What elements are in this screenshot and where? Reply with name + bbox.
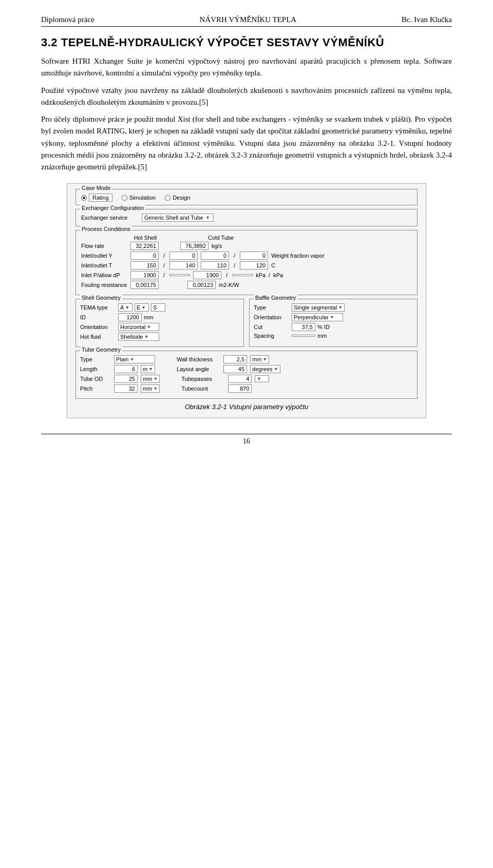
exchanger-service-dropdown[interactable]: Generic Shell and Tube ▼	[142, 214, 214, 222]
dropdown-arrow-a: ▼	[125, 305, 129, 310]
baffle-geometry-group: Baffle Geometry Type Single segmental ▼ …	[249, 299, 418, 347]
baffle-orientation-dropdown[interactable]: Perpendicular ▼	[292, 313, 343, 321]
tube-od-label: Tube OD	[80, 376, 111, 382]
baffle-spacing-row: Spacing mm	[254, 333, 413, 339]
shell-id-row: ID 1200 mm	[80, 313, 239, 321]
exchanger-service-label: Exchanger service	[81, 215, 138, 221]
inlet-p-cold2[interactable]	[232, 274, 253, 276]
tubepasses-input[interactable]: 4	[228, 375, 252, 383]
inlet-y-cold2[interactable]: 0	[240, 252, 268, 260]
baffle-cut-input[interactable]: 37,5	[292, 323, 315, 331]
inlet-t-cold1[interactable]: 110	[201, 261, 229, 269]
dropdown-arrow-baffle-type: ▼	[338, 305, 343, 310]
fouling-label: Fouling resistance	[81, 282, 127, 288]
dropdown-arrow-baffle-orient: ▼	[330, 315, 334, 320]
header-center: NÁVRH VÝMĚNÍKU TEPLA	[200, 15, 297, 24]
paragraph-2: Použité výpočtové vztahy jsou navrženy n…	[41, 85, 452, 109]
shell-orientation-row: Orientation Horizontal ▼	[80, 323, 239, 331]
wall-thickness-unit-dropdown[interactable]: mm ▼	[250, 355, 269, 363]
dropdown-arrow-length: ▼	[148, 367, 153, 372]
radio-label-simulation: Simulation	[129, 195, 156, 201]
inlet-y-hot1[interactable]: 0	[130, 252, 159, 260]
baffle-cut-unit: % ID	[317, 324, 330, 330]
radio-label-rating: Rating	[89, 194, 112, 202]
inlet-p-hot2[interactable]	[169, 274, 190, 276]
tube-length-unit: m	[143, 366, 147, 372]
tube-geometry-label: Tube Geometry	[80, 346, 122, 353]
radio-btn-design[interactable]	[165, 195, 170, 201]
radio-btn-simulation[interactable]	[122, 195, 127, 201]
tube-length-row: Length 6 m ▼ Layout angle 45 degrees ▼	[80, 365, 413, 373]
tema-dropdown-e[interactable]: E ▼	[135, 303, 149, 312]
inlet-outlet-t-label: Inlet/outlet T	[81, 262, 127, 268]
section-title-text: TEPELNĚ-HYDRAULICKÝ VÝPOČET SESTAVY VÝMĚ…	[61, 36, 385, 49]
layout-angle-unit-dropdown[interactable]: degrees ▼	[250, 365, 280, 373]
fouling-hot[interactable]: 0,00175	[130, 281, 159, 289]
baffle-spacing-input[interactable]	[292, 335, 315, 337]
pitch-unit: mm	[143, 385, 152, 392]
layout-angle-unit: degrees	[252, 366, 273, 372]
inlet-p-hot1[interactable]: 1900	[130, 271, 159, 279]
shell-geometry-label: Shell Geometry	[80, 295, 122, 301]
wall-thickness-input[interactable]: 2,5	[223, 355, 247, 363]
fouling-cold[interactable]: 0,00123	[187, 281, 216, 289]
paragraph-1: Software HTRI Xchanger Suite je komerční…	[41, 55, 452, 80]
exchanger-config-group: Exchanger Configuration Exchanger servic…	[75, 209, 418, 226]
tema-type-label: TEMA type	[80, 304, 116, 311]
pc-hot-header: Hot Shell	[130, 235, 160, 241]
radio-btn-rating[interactable]	[81, 195, 87, 201]
inlet-t-cold2[interactable]: 120	[240, 261, 268, 269]
tube-type-row: Type Plain ▼ Wall thickness 2,5 mm ▼	[80, 355, 413, 363]
inlet-p-cold1[interactable]: 1900	[193, 271, 221, 279]
dropdown-arrow-tubepasses: ▼	[257, 376, 261, 381]
dropdown-arrow-orientation: ▼	[147, 324, 151, 330]
pitch-unit-dropdown[interactable]: mm ▼	[141, 384, 160, 393]
tema-dropdown-s[interactable]: S	[151, 303, 165, 312]
tube-type-value: Plain	[116, 356, 128, 362]
case-mode-group: Case Mode Rating Simulation Design	[75, 189, 418, 205]
radio-simulation[interactable]: Simulation	[122, 195, 156, 201]
dropdown-arrow-pitch: ▼	[153, 386, 158, 391]
inlet-p-row: Inlet P/allow dP 1900 / 1900 / kPa / kPa	[81, 271, 412, 279]
caption-prefix: Obrázek	[185, 403, 210, 411]
exchanger-service-row: Exchanger service Generic Shell and Tube…	[81, 214, 412, 222]
hot-fluid-dropdown[interactable]: Shellside ▼	[118, 333, 159, 341]
tube-length-label: Length	[80, 366, 111, 372]
inlet-y-hot2[interactable]: 0	[169, 252, 198, 260]
inlet-t-hot2[interactable]: 140	[169, 261, 198, 269]
inlet-outlet-t-row: Inlet/outlet T 150 / 140 110 / 120 C	[81, 261, 412, 269]
inlet-y-cold1[interactable]: 0	[201, 252, 229, 260]
caption-ref: 3.2-1	[212, 403, 227, 411]
tube-length-input[interactable]: 6	[114, 365, 138, 373]
dropdown-arrow-wall: ▼	[262, 357, 267, 362]
tema-value-a: A	[120, 304, 124, 311]
shell-orientation-dropdown[interactable]: Horizontal ▼	[118, 323, 159, 331]
tube-od-row: Tube OD 25 mm ▼ Tubepasses 4 ▼	[80, 375, 413, 383]
figure-caption: Obrázek 3.2-1 Vstupní parametry výpočtu	[75, 403, 418, 411]
pitch-input[interactable]: 32	[114, 384, 138, 393]
baffle-cut-label: Cut	[254, 324, 290, 330]
baffle-type-dropdown[interactable]: Single segmental ▼	[292, 303, 345, 312]
exchanger-service-value: Generic Shell and Tube	[144, 215, 203, 221]
flow-rate-hot-input[interactable]: 32,2261	[130, 242, 159, 250]
layout-angle-label: Layout angle	[177, 366, 220, 372]
radio-rating[interactable]: Rating	[81, 194, 112, 202]
flow-rate-cold-input[interactable]: 76,3892	[180, 242, 208, 250]
screenshot-ui: Case Mode Rating Simulation Design Excha…	[67, 183, 426, 418]
inlet-t-hot1[interactable]: 150	[130, 261, 159, 269]
caption-text: Vstupní parametry výpočtu	[229, 403, 309, 411]
tube-type-dropdown[interactable]: Plain ▼	[114, 355, 155, 363]
header-left: Diplomová práce	[41, 15, 94, 24]
tube-length-unit-dropdown[interactable]: m ▼	[141, 365, 155, 373]
tubepasses-label: Tubepasses	[181, 376, 225, 382]
layout-angle-input[interactable]: 45	[223, 365, 247, 373]
tube-od-unit-dropdown[interactable]: mm ▼	[141, 375, 160, 383]
shell-id-input[interactable]: 1200	[118, 313, 142, 321]
tubecount-input[interactable]: 870	[228, 384, 252, 393]
tube-od-input[interactable]: 25	[114, 375, 138, 383]
tema-dropdown-a[interactable]: A ▼	[118, 303, 132, 312]
tubepasses-unit-dropdown[interactable]: ▼	[255, 375, 269, 382]
dropdown-arrow-tube-type: ▼	[129, 357, 134, 362]
radio-design[interactable]: Design	[165, 195, 190, 201]
case-mode-label: Case Mode	[80, 185, 112, 191]
